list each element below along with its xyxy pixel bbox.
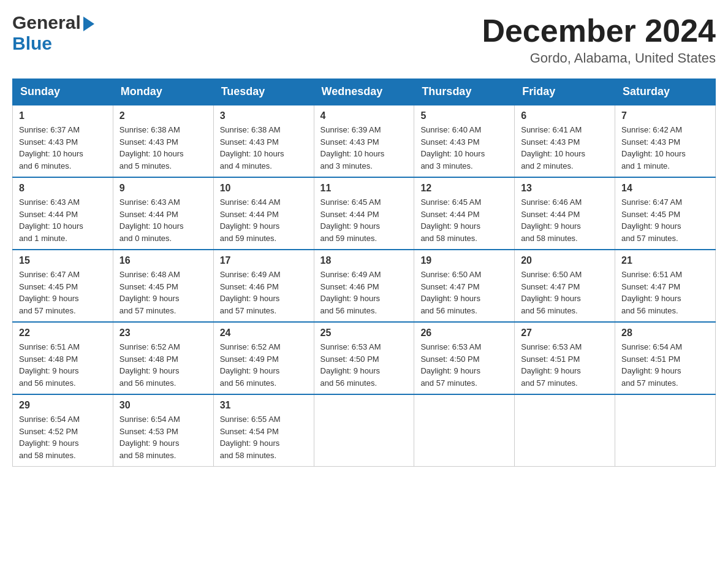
day-info: Sunrise: 6:51 AMSunset: 4:47 PMDaylight:… xyxy=(621,269,709,316)
day-header-thursday: Thursday xyxy=(414,79,515,105)
day-number: 3 xyxy=(220,110,308,121)
day-number: 9 xyxy=(119,183,207,194)
calendar-cell: 12Sunrise: 6:45 AMSunset: 4:44 PMDayligh… xyxy=(414,177,515,250)
day-number: 14 xyxy=(621,183,709,194)
day-info: Sunrise: 6:55 AMSunset: 4:54 PMDaylight:… xyxy=(220,413,308,461)
day-header-wednesday: Wednesday xyxy=(314,79,414,105)
day-number: 17 xyxy=(220,255,308,266)
day-header-sunday: Sunday xyxy=(13,79,113,105)
day-info: Sunrise: 6:37 AMSunset: 4:43 PMDaylight:… xyxy=(19,124,107,172)
day-number: 8 xyxy=(19,183,107,194)
day-number: 29 xyxy=(19,400,107,411)
calendar-cell: 23Sunrise: 6:52 AMSunset: 4:48 PMDayligh… xyxy=(113,322,213,394)
day-info: Sunrise: 6:54 AMSunset: 4:53 PMDaylight:… xyxy=(119,413,207,461)
calendar-cell: 24Sunrise: 6:52 AMSunset: 4:49 PMDayligh… xyxy=(213,322,314,394)
calendar-header-row: SundayMondayTuesdayWednesdayThursdayFrid… xyxy=(13,79,716,105)
calendar-cell: 31Sunrise: 6:55 AMSunset: 4:54 PMDayligh… xyxy=(213,394,314,467)
day-number: 5 xyxy=(420,110,508,121)
calendar-week-row: 8Sunrise: 6:43 AMSunset: 4:44 PMDaylight… xyxy=(13,177,716,250)
day-number: 28 xyxy=(621,327,709,339)
day-number: 2 xyxy=(119,110,207,121)
day-info: Sunrise: 6:49 AMSunset: 4:46 PMDaylight:… xyxy=(320,269,408,316)
calendar-cell: 22Sunrise: 6:51 AMSunset: 4:48 PMDayligh… xyxy=(13,322,113,394)
calendar-cell: 29Sunrise: 6:54 AMSunset: 4:52 PMDayligh… xyxy=(13,394,113,467)
calendar-cell: 11Sunrise: 6:45 AMSunset: 4:44 PMDayligh… xyxy=(314,177,414,250)
calendar-cell: 28Sunrise: 6:54 AMSunset: 4:51 PMDayligh… xyxy=(615,322,716,394)
calendar-cell xyxy=(515,394,615,467)
day-info: Sunrise: 6:39 AMSunset: 4:43 PMDaylight:… xyxy=(320,124,408,172)
day-number: 6 xyxy=(521,110,609,121)
calendar-cell: 26Sunrise: 6:53 AMSunset: 4:50 PMDayligh… xyxy=(414,322,515,394)
day-number: 22 xyxy=(19,327,107,339)
calendar-week-row: 29Sunrise: 6:54 AMSunset: 4:52 PMDayligh… xyxy=(13,394,716,467)
day-info: Sunrise: 6:45 AMSunset: 4:44 PMDaylight:… xyxy=(420,196,508,244)
calendar-cell: 14Sunrise: 6:47 AMSunset: 4:45 PMDayligh… xyxy=(615,177,716,250)
day-info: Sunrise: 6:44 AMSunset: 4:44 PMDaylight:… xyxy=(220,196,308,244)
day-info: Sunrise: 6:43 AMSunset: 4:44 PMDaylight:… xyxy=(119,196,207,244)
day-header-tuesday: Tuesday xyxy=(213,79,314,105)
day-number: 18 xyxy=(320,255,408,266)
logo-arrow-icon xyxy=(83,17,94,31)
day-header-friday: Friday xyxy=(515,79,615,105)
calendar-cell xyxy=(414,394,515,467)
day-number: 11 xyxy=(320,183,408,194)
page-header: General Blue December 2024 Gordo, Alabam… xyxy=(12,12,716,66)
calendar-cell: 1Sunrise: 6:37 AMSunset: 4:43 PMDaylight… xyxy=(13,105,113,177)
day-number: 27 xyxy=(521,327,609,339)
calendar-cell: 9Sunrise: 6:43 AMSunset: 4:44 PMDaylight… xyxy=(113,177,213,250)
calendar-cell: 6Sunrise: 6:41 AMSunset: 4:43 PMDaylight… xyxy=(515,105,615,177)
day-info: Sunrise: 6:51 AMSunset: 4:48 PMDaylight:… xyxy=(19,341,107,389)
calendar-cell: 30Sunrise: 6:54 AMSunset: 4:53 PMDayligh… xyxy=(113,394,213,467)
calendar-cell: 15Sunrise: 6:47 AMSunset: 4:45 PMDayligh… xyxy=(13,250,113,322)
day-info: Sunrise: 6:42 AMSunset: 4:43 PMDaylight:… xyxy=(621,124,709,172)
calendar-cell: 7Sunrise: 6:42 AMSunset: 4:43 PMDaylight… xyxy=(615,105,716,177)
calendar-cell xyxy=(314,394,414,467)
day-number: 30 xyxy=(119,400,207,411)
day-info: Sunrise: 6:50 AMSunset: 4:47 PMDaylight:… xyxy=(420,269,508,316)
day-info: Sunrise: 6:38 AMSunset: 4:43 PMDaylight:… xyxy=(119,124,207,172)
calendar-week-row: 22Sunrise: 6:51 AMSunset: 4:48 PMDayligh… xyxy=(13,322,716,394)
day-info: Sunrise: 6:38 AMSunset: 4:43 PMDaylight:… xyxy=(220,124,308,172)
calendar-cell: 17Sunrise: 6:49 AMSunset: 4:46 PMDayligh… xyxy=(213,250,314,322)
day-number: 15 xyxy=(19,255,107,266)
day-info: Sunrise: 6:40 AMSunset: 4:43 PMDaylight:… xyxy=(420,124,508,172)
day-info: Sunrise: 6:52 AMSunset: 4:48 PMDaylight:… xyxy=(119,341,207,389)
day-number: 31 xyxy=(220,400,308,411)
calendar-cell: 20Sunrise: 6:50 AMSunset: 4:47 PMDayligh… xyxy=(515,250,615,322)
day-number: 20 xyxy=(521,255,609,266)
calendar-cell: 13Sunrise: 6:46 AMSunset: 4:44 PMDayligh… xyxy=(515,177,615,250)
calendar-week-row: 1Sunrise: 6:37 AMSunset: 4:43 PMDaylight… xyxy=(13,105,716,177)
calendar-cell: 27Sunrise: 6:53 AMSunset: 4:51 PMDayligh… xyxy=(515,322,615,394)
day-info: Sunrise: 6:43 AMSunset: 4:44 PMDaylight:… xyxy=(19,196,107,244)
day-info: Sunrise: 6:45 AMSunset: 4:44 PMDaylight:… xyxy=(320,196,408,244)
day-number: 10 xyxy=(220,183,308,194)
day-number: 1 xyxy=(19,110,107,121)
calendar-cell: 21Sunrise: 6:51 AMSunset: 4:47 PMDayligh… xyxy=(615,250,716,322)
month-title: December 2024 xyxy=(482,12,716,49)
title-section: December 2024 Gordo, Alabama, United Sta… xyxy=(482,12,716,66)
day-info: Sunrise: 6:53 AMSunset: 4:50 PMDaylight:… xyxy=(320,341,408,389)
day-info: Sunrise: 6:47 AMSunset: 4:45 PMDaylight:… xyxy=(19,269,107,316)
day-number: 21 xyxy=(621,255,709,266)
calendar-cell: 10Sunrise: 6:44 AMSunset: 4:44 PMDayligh… xyxy=(213,177,314,250)
logo-general-text: General xyxy=(12,12,81,33)
day-info: Sunrise: 6:54 AMSunset: 4:51 PMDaylight:… xyxy=(621,341,709,389)
day-number: 24 xyxy=(220,327,308,339)
calendar-cell: 25Sunrise: 6:53 AMSunset: 4:50 PMDayligh… xyxy=(314,322,414,394)
day-number: 23 xyxy=(119,327,207,339)
calendar-cell: 3Sunrise: 6:38 AMSunset: 4:43 PMDaylight… xyxy=(213,105,314,177)
day-number: 4 xyxy=(320,110,408,121)
logo-blue-text: Blue xyxy=(12,33,52,53)
calendar-cell: 18Sunrise: 6:49 AMSunset: 4:46 PMDayligh… xyxy=(314,250,414,322)
day-info: Sunrise: 6:48 AMSunset: 4:45 PMDaylight:… xyxy=(119,269,207,316)
day-header-monday: Monday xyxy=(113,79,213,105)
calendar-cell xyxy=(615,394,716,467)
location-text: Gordo, Alabama, United States xyxy=(482,50,716,66)
day-number: 16 xyxy=(119,255,207,266)
day-info: Sunrise: 6:46 AMSunset: 4:44 PMDaylight:… xyxy=(521,196,609,244)
day-info: Sunrise: 6:53 AMSunset: 4:50 PMDaylight:… xyxy=(420,341,508,389)
calendar-cell: 5Sunrise: 6:40 AMSunset: 4:43 PMDaylight… xyxy=(414,105,515,177)
day-info: Sunrise: 6:54 AMSunset: 4:52 PMDaylight:… xyxy=(19,413,107,461)
calendar-cell: 4Sunrise: 6:39 AMSunset: 4:43 PMDaylight… xyxy=(314,105,414,177)
day-number: 13 xyxy=(521,183,609,194)
